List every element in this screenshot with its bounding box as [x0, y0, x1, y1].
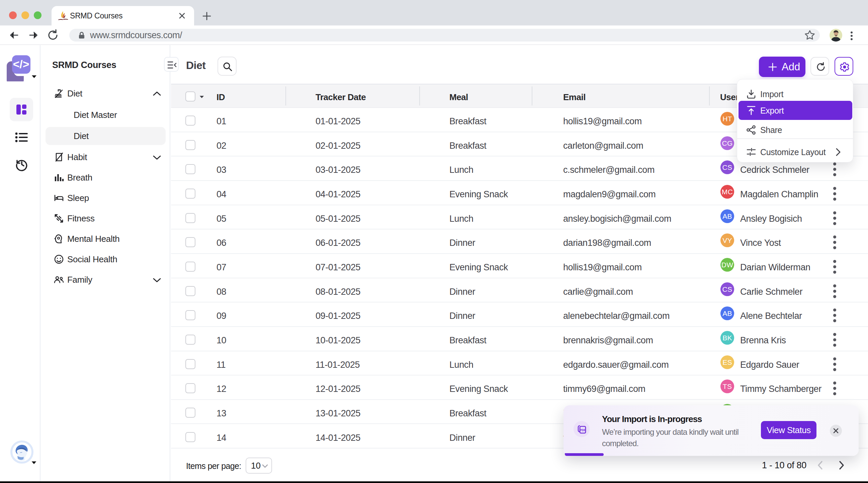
svg-text:</>: </>	[13, 58, 29, 70]
svg-text:PDF: PDF	[580, 428, 586, 432]
